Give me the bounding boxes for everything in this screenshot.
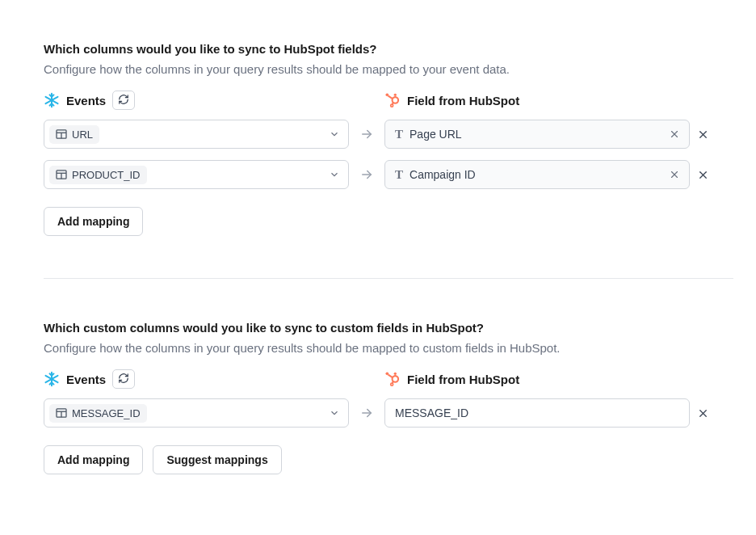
target-field-input[interactable]	[384, 398, 690, 428]
target-field-value: Campaign ID	[410, 168, 476, 181]
table-icon	[56, 408, 67, 418]
chevron-down-icon	[329, 169, 340, 180]
remove-mapping-button[interactable]	[690, 407, 716, 419]
columns-header: Events Field from HubSpot	[44, 369, 733, 389]
hubspot-icon	[384, 371, 401, 387]
table-icon	[56, 129, 67, 139]
arrow-icon	[349, 127, 384, 141]
refresh-icon	[118, 94, 129, 107]
refresh-button[interactable]	[112, 91, 135, 110]
section-title: Which columns would you like to sync to …	[44, 42, 733, 56]
text-type-icon: T	[395, 168, 403, 182]
target-field-value: Page URL	[410, 128, 462, 141]
svg-point-32	[391, 383, 393, 385]
chevron-down-icon	[329, 128, 340, 140]
source-column-select[interactable]: PRODUCT_ID	[44, 160, 349, 189]
sync-custom-columns-section: Which custom columns would you like to s…	[44, 321, 733, 474]
mapping-row: PRODUCT_ID T Campaign ID	[44, 160, 733, 189]
source-column-value: PRODUCT_ID	[72, 169, 141, 181]
text-type-icon: T	[395, 128, 403, 141]
chevron-down-icon	[329, 407, 340, 419]
remove-mapping-button[interactable]	[690, 128, 716, 141]
source-column-select[interactable]: MESSAGE_ID	[44, 398, 349, 428]
clear-field-button[interactable]	[666, 126, 682, 142]
events-header-label: Events	[66, 94, 106, 107]
hubspot-icon	[384, 92, 401, 108]
remove-mapping-button[interactable]	[690, 169, 716, 181]
clear-field-button[interactable]	[666, 166, 682, 183]
section-description: Configure how the columns in your query …	[44, 61, 609, 78]
snowflake-icon	[44, 92, 60, 108]
section-title: Which custom columns would you like to s…	[44, 321, 733, 335]
add-mapping-button[interactable]: Add mapping	[44, 445, 143, 474]
snowflake-icon	[44, 371, 60, 387]
refresh-button[interactable]	[112, 369, 135, 389]
svg-line-9	[393, 103, 393, 105]
mapping-row: MESSAGE_ID	[44, 398, 733, 428]
source-column-value: URL	[72, 128, 93, 141]
svg-point-30	[394, 373, 397, 375]
suggest-mappings-button[interactable]: Suggest mappings	[153, 445, 281, 474]
section-description: Configure how the columns in your query …	[44, 339, 609, 356]
svg-point-4	[394, 94, 397, 96]
target-field-select[interactable]: T Page URL	[384, 120, 690, 149]
svg-line-8	[388, 96, 393, 99]
table-icon	[56, 170, 67, 179]
source-column-select[interactable]: URL	[44, 120, 349, 149]
svg-point-6	[391, 104, 393, 107]
mapping-row: URL T Page URL	[44, 120, 733, 149]
arrow-icon	[349, 406, 384, 420]
svg-line-34	[388, 375, 393, 378]
svg-line-35	[393, 381, 393, 384]
section-divider	[44, 278, 733, 279]
source-column-value: MESSAGE_ID	[72, 407, 141, 419]
columns-header: Events Field from HubSpot	[44, 91, 733, 110]
add-mapping-button[interactable]: Add mapping	[44, 207, 143, 236]
hubspot-header-label: Field from HubSpot	[407, 373, 519, 386]
sync-columns-section: Which columns would you like to sync to …	[44, 42, 733, 236]
arrow-icon	[349, 167, 384, 182]
events-header-label: Events	[66, 373, 106, 386]
hubspot-header-label: Field from HubSpot	[407, 94, 519, 107]
target-field-select[interactable]: T Campaign ID	[384, 160, 690, 189]
refresh-icon	[118, 373, 129, 386]
